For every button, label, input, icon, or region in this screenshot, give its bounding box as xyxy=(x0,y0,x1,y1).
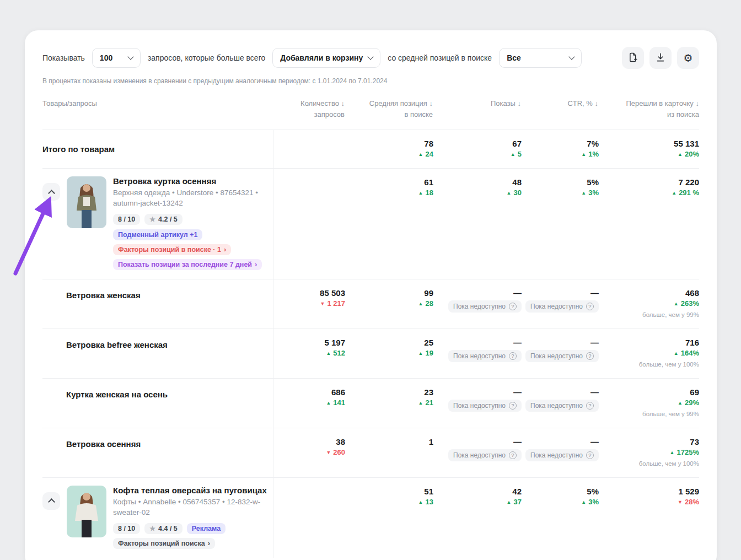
product-title: Ветровка куртка осенняя xyxy=(113,176,273,186)
chevron-right-icon: › xyxy=(255,261,257,268)
percentile-note: больше, чем у 99% xyxy=(602,411,699,417)
question-icon[interactable]: ? xyxy=(586,352,594,360)
position-select[interactable]: Все xyxy=(499,48,582,68)
show-positions-badge[interactable]: Показать позиции за последние 7 дней› xyxy=(113,259,262,270)
rating-badge: ★4.4 / 5 xyxy=(144,523,182,534)
column-header-transitions[interactable]: Перешли в карточку ↓ из поиска xyxy=(598,98,699,120)
metric-transitions: 468 263% больше, чем у 99% xyxy=(599,288,699,319)
percentile-note: больше, чем у 100% xyxy=(602,460,699,467)
trend-up-icon xyxy=(672,190,676,196)
position-label: со средней позицей в поиске xyxy=(388,53,492,62)
question-icon[interactable]: ? xyxy=(586,451,594,459)
metric-quantity: 38 260 xyxy=(273,437,345,467)
question-icon[interactable]: ? xyxy=(509,352,517,360)
percentile-note: больше, чем у 99% xyxy=(602,311,699,318)
settings-button[interactable]: ⚙ xyxy=(677,47,699,69)
product-row: Кофта теплая оверсайз на пуговицах Кофты… xyxy=(42,477,699,558)
column-header-avg-position[interactable]: Средняя позиция ↓ в поиске xyxy=(345,98,433,120)
metric-avg-position: 78 24 xyxy=(345,139,433,158)
trend-up-icon xyxy=(418,190,423,196)
question-icon[interactable]: ? xyxy=(509,303,517,310)
analytics-card: Показывать 100 запросов, которые больше … xyxy=(25,30,717,560)
download-icon xyxy=(655,52,666,64)
metric-transitions: 73 1725% больше, чем у 100% xyxy=(599,437,699,467)
trend-up-icon xyxy=(678,152,683,157)
column-header-ctr[interactable]: CTR, % ↓ xyxy=(521,98,598,120)
trend-up-icon xyxy=(678,400,683,406)
trend-down-icon xyxy=(678,499,683,505)
trend-down-icon xyxy=(320,301,325,306)
column-header-impressions[interactable]: Показы ↓ xyxy=(433,98,521,120)
metric-ctr: — Пока недоступно? xyxy=(522,338,599,368)
chevron-right-icon: › xyxy=(208,540,210,547)
ad-badge: Реклама xyxy=(187,523,225,534)
collapse-button[interactable] xyxy=(42,183,60,201)
download-button[interactable] xyxy=(649,47,672,69)
question-icon[interactable]: ? xyxy=(509,451,517,459)
trend-up-icon xyxy=(418,301,423,306)
metric-impressions: 42 37 xyxy=(433,487,522,548)
metric-avg-position: 1 xyxy=(345,437,433,467)
trend-up-icon xyxy=(581,190,586,196)
metric-avg-position: 51 13 xyxy=(345,487,433,548)
column-header-products[interactable]: Товары/запросы xyxy=(42,85,273,130)
create-report-button[interactable] xyxy=(622,47,644,69)
query-label: Ветровка befree женская xyxy=(66,340,273,349)
column-header-quantity[interactable]: Количество ↓ запросов xyxy=(273,98,345,120)
action-select[interactable]: Добавляли в корзину xyxy=(272,48,380,68)
trend-up-icon xyxy=(670,450,675,455)
unavailable-badge: Пока недоступно? xyxy=(448,300,522,313)
metric-impressions: 48 30 xyxy=(433,177,522,269)
product-photo xyxy=(67,486,106,537)
collapse-button[interactable] xyxy=(42,492,60,510)
trend-up-icon xyxy=(418,351,423,356)
chevron-down-icon xyxy=(127,53,133,60)
metric-avg-position: 61 18 xyxy=(345,177,433,269)
trend-up-icon xyxy=(326,351,331,356)
chevron-down-icon xyxy=(568,53,574,60)
toolbar-icons: ⚙ xyxy=(622,47,699,69)
metric-impressions: — Пока недоступно? xyxy=(433,437,522,467)
summary-label: Итого по товарам xyxy=(42,141,273,154)
metric-avg-position: 99 28 xyxy=(345,288,433,319)
trend-down-icon xyxy=(326,450,331,455)
unavailable-badge: Пока недоступно? xyxy=(448,449,522,461)
unavailable-badge: Пока недоступно? xyxy=(448,350,522,362)
star-icon: ★ xyxy=(149,525,155,532)
metric-transitions: 7 220 291 % xyxy=(599,177,699,269)
metric-impressions: — Пока недоступно? xyxy=(433,338,522,368)
search-position-factors-badge[interactable]: Факторы позиций в поиске · 1› xyxy=(113,244,231,255)
trend-up-icon xyxy=(507,190,512,196)
search-factors-badge[interactable]: Факторы позиций поиска› xyxy=(113,538,215,549)
question-icon[interactable]: ? xyxy=(509,402,517,410)
metric-ctr: 7% 1% xyxy=(522,139,599,158)
unavailable-badge: Пока недоступно? xyxy=(525,300,599,313)
trend-up-icon xyxy=(511,152,516,157)
product-title: Кофта теплая оверсайз на пуговицах xyxy=(113,486,273,495)
metric-impressions: — Пока недоступно? xyxy=(433,288,522,319)
question-icon[interactable]: ? xyxy=(586,303,594,310)
metric-transitions: 1 529 28% xyxy=(599,487,699,548)
percentile-note: больше, чем у 100% xyxy=(602,361,699,368)
query-label: Ветровка осенняя xyxy=(66,439,273,449)
trend-up-icon xyxy=(326,400,331,406)
metric-impressions: — Пока недоступно? xyxy=(433,387,522,418)
query-row: Ветровка befree женская 5 197 512 25 19 … xyxy=(42,329,699,378)
comparison-note: В процентах показаны изменения в сравнен… xyxy=(42,77,699,85)
trend-up-icon xyxy=(674,351,679,356)
query-label: Ветровка женская xyxy=(66,290,273,300)
trend-up-icon xyxy=(507,499,512,505)
sort-arrow-icon: ↓ xyxy=(696,99,700,107)
trend-up-icon xyxy=(418,152,423,157)
trend-up-icon xyxy=(581,152,586,157)
question-icon[interactable]: ? xyxy=(586,402,594,410)
metric-avg-position: 25 19 xyxy=(345,338,433,368)
chevron-up-icon xyxy=(48,190,55,197)
score-badge: 8 / 10 xyxy=(113,214,140,225)
query-row: Ветровка женская 85 503 1 217 99 28 — По… xyxy=(42,279,699,329)
product-row: Ветровка куртка осенняя Верхняя одежда •… xyxy=(42,168,699,279)
unavailable-badge: Пока недоступно? xyxy=(448,400,522,412)
product-photo xyxy=(67,176,106,228)
file-add-icon xyxy=(627,52,638,64)
count-select[interactable]: 100 xyxy=(92,48,141,68)
